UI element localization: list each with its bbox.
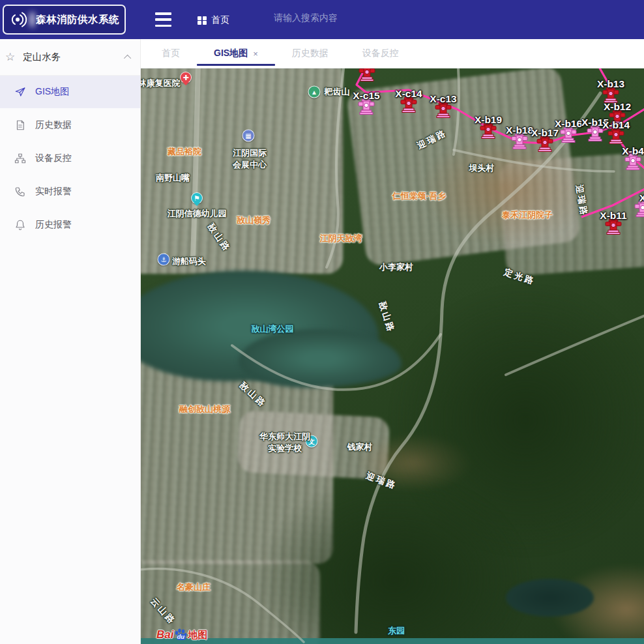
bell-icon [14, 219, 26, 231]
hydrant-label: X-b11 [600, 210, 626, 222]
grid-icon [198, 16, 206, 25]
hydrant-label: X-b13 [597, 78, 624, 90]
hydrant-marker-x-b14[interactable]: X-b14 [607, 124, 624, 147]
breadcrumb-home[interactable]: 首页 [198, 14, 229, 26]
hydrant-marker-x-b16[interactable]: X-b16 [560, 123, 577, 145]
sonar-logo-icon [9, 10, 29, 29]
hydrant-label: X-b14 [602, 119, 630, 131]
hydrant-marker-x-c14[interactable]: X-c14 [400, 93, 417, 115]
hydrant-marker-x-b17[interactable]: X-b17 [536, 132, 553, 154]
breadcrumb-home-label: 首页 [211, 14, 229, 26]
search-input[interactable] [274, 12, 417, 23]
sidebar-item-label: GIS地图 [35, 86, 69, 98]
sidebar-item-device-control[interactable]: 设备反控 [0, 142, 140, 175]
redacted-logo-text [30, 12, 35, 27]
document-icon [14, 119, 26, 131]
gis-satellite-map[interactable]: 林康复医院耙齿山藏品裕院江阴国际会展中心南野山嘴江阴信德幼儿园敔山嶺秀江阴天敔湾… [141, 68, 644, 644]
send-icon [14, 86, 26, 98]
hydrant-label: X-b19 [475, 114, 502, 126]
tab-history-data[interactable]: 历史数据 [284, 39, 336, 68]
hydrant-label: X-c14 [395, 88, 422, 100]
star-icon: ☆ [5, 50, 15, 64]
map-markers-layer: X-c15X-c14X-c13X-b19X-b18X-b17X-b16X-b15… [141, 68, 644, 644]
hydrant-marker-x-c13[interactable]: X-c13 [435, 98, 452, 121]
header-search [274, 12, 417, 23]
hydrant-marker-x-b19[interactable]: X-b19 [480, 119, 497, 141]
hydrant-marker-x-c15[interactable]: X-c15 [358, 95, 375, 117]
sidebar-item-history-data[interactable]: 历史数据 [0, 109, 140, 141]
chevron-up-icon [124, 54, 131, 61]
hydrant-label: X-b4 [622, 145, 644, 157]
tab-gis-map[interactable]: GIS地图 × [206, 39, 266, 68]
tab-device-control[interactable]: 设备反控 [355, 39, 407, 68]
sidebar-item-label: 实时报警 [35, 186, 72, 198]
baidu-logo-cn: 地图 [188, 629, 207, 641]
sidebar-item-label: 设备反控 [35, 153, 72, 164]
hydrant-marker-x[interactable]: X [634, 198, 644, 220]
tab-label: 历史数据 [292, 48, 329, 59]
app-title: 森林消防供水系统 [36, 13, 119, 27]
hydrant-label: X-b12 [604, 101, 631, 113]
tab-label: 首页 [162, 48, 180, 59]
hydrant-marker-x-b11[interactable]: X-b11 [605, 215, 622, 237]
tab-label: GIS地图 [214, 48, 248, 59]
sidebar-item-history-alarm[interactable]: 历史报警 [0, 209, 140, 241]
sidebar-item-label: 历史数据 [35, 119, 72, 131]
sidebar-item-realtime-alarm[interactable]: 实时报警 [0, 175, 140, 208]
content-tabbar: 首页 GIS地图 × 历史数据 设备反控 [141, 39, 644, 68]
baidu-logo-latin: Bai [156, 628, 173, 641]
sidebar-item-label: 历史报警 [35, 219, 72, 231]
sidebar: ☆ 定山水务 GIS地图 历史数据 设备反控 实时报警 [0, 39, 141, 644]
hydrant-marker-x-b4[interactable]: X-b4 [624, 151, 641, 173]
hydrant-label: X [639, 192, 644, 204]
close-icon[interactable]: × [253, 49, 258, 59]
sitemap-icon [14, 153, 26, 164]
hydrant-label: X-b16 [555, 118, 582, 130]
baidu-paw-icon: du [174, 628, 187, 641]
app-root: 森林消防供水系统 首页 ☆ 定山水务 GIS地图 [0, 0, 644, 644]
sidebar-group-dingshan[interactable]: ☆ 定山水务 [0, 39, 140, 76]
baidu-maps-logo: Bai du 地图 [156, 628, 207, 642]
collapse-menu-icon[interactable] [155, 12, 171, 27]
hydrant-label: X-c15 [353, 90, 379, 102]
tab-label: 设备反控 [362, 48, 399, 59]
phone-icon [14, 186, 26, 198]
hydrant-marker-x-b15[interactable]: X-b15 [587, 122, 604, 144]
sidebar-group-label: 定山水务 [23, 51, 61, 63]
tab-home[interactable]: 首页 [154, 39, 188, 68]
hydrant-label: X-b18 [506, 124, 533, 136]
app-logo: 森林消防供水系统 [3, 5, 126, 35]
hydrant-label: X-c13 [430, 93, 456, 105]
sidebar-item-gis-map[interactable]: GIS地图 [0, 76, 140, 108]
hydrant-marker[interactable] [359, 68, 375, 84]
baidu-logo-du: du [177, 633, 184, 640]
hydrant-marker-x-b18[interactable]: X-b18 [511, 130, 528, 152]
top-navbar: 森林消防供水系统 首页 [0, 0, 644, 39]
